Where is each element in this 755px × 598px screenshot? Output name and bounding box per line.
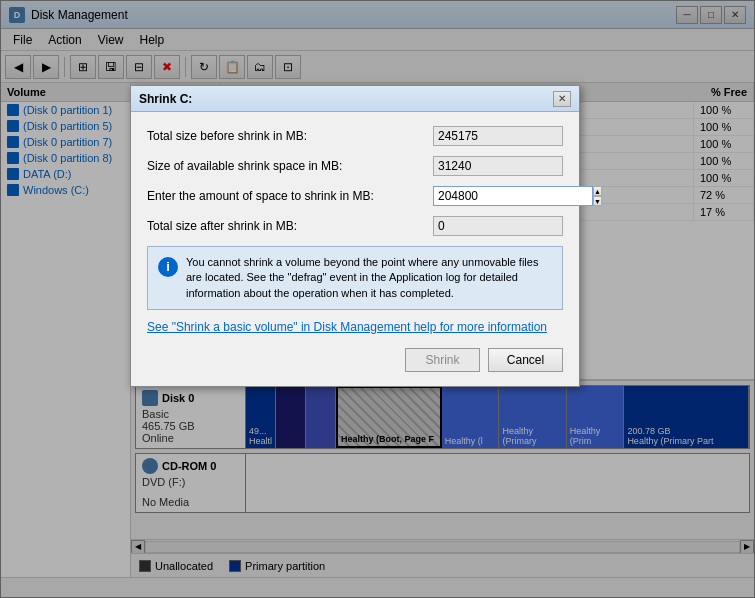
cancel-button[interactable]: Cancel	[488, 348, 563, 372]
field-label-1: Size of available shrink space in MB:	[147, 159, 433, 173]
dialog-title: Shrink C:	[139, 92, 553, 106]
dialog-buttons: Shrink Cancel	[147, 348, 563, 372]
dialog-body: Total size before shrink in MB: 245175 S…	[131, 112, 579, 386]
form-row-0: Total size before shrink in MB: 245175	[147, 126, 563, 146]
help-link[interactable]: See "Shrink a basic volume" in Disk Mana…	[147, 320, 563, 334]
info-icon: i	[158, 257, 178, 277]
field-label-0: Total size before shrink in MB:	[147, 129, 433, 143]
shrink-amount-input[interactable]	[433, 186, 593, 206]
form-row-1: Size of available shrink space in MB: 31…	[147, 156, 563, 176]
modal-overlay: Shrink C: ✕ Total size before shrink in …	[0, 0, 755, 598]
spin-up-button[interactable]: ▲	[593, 186, 602, 196]
spin-buttons: ▲ ▼	[593, 186, 602, 206]
info-box: i You cannot shrink a volume beyond the …	[147, 246, 563, 310]
field-label-3: Total size after shrink in MB:	[147, 219, 433, 233]
dialog-close-button[interactable]: ✕	[553, 91, 571, 107]
shrink-button[interactable]: Shrink	[405, 348, 480, 372]
spin-down-button[interactable]: ▼	[593, 196, 602, 206]
field-value-3: 0	[433, 216, 563, 236]
form-row-2: Enter the amount of space to shrink in M…	[147, 186, 563, 206]
field-value-1: 31240	[433, 156, 563, 176]
field-value-0: 245175	[433, 126, 563, 146]
shrink-dialog: Shrink C: ✕ Total size before shrink in …	[130, 85, 580, 387]
field-label-2: Enter the amount of space to shrink in M…	[147, 189, 433, 203]
info-text: You cannot shrink a volume beyond the po…	[186, 255, 552, 301]
form-row-3: Total size after shrink in MB: 0	[147, 216, 563, 236]
dialog-title-bar: Shrink C: ✕	[131, 86, 579, 112]
shrink-amount-wrap: ▲ ▼	[433, 186, 563, 206]
